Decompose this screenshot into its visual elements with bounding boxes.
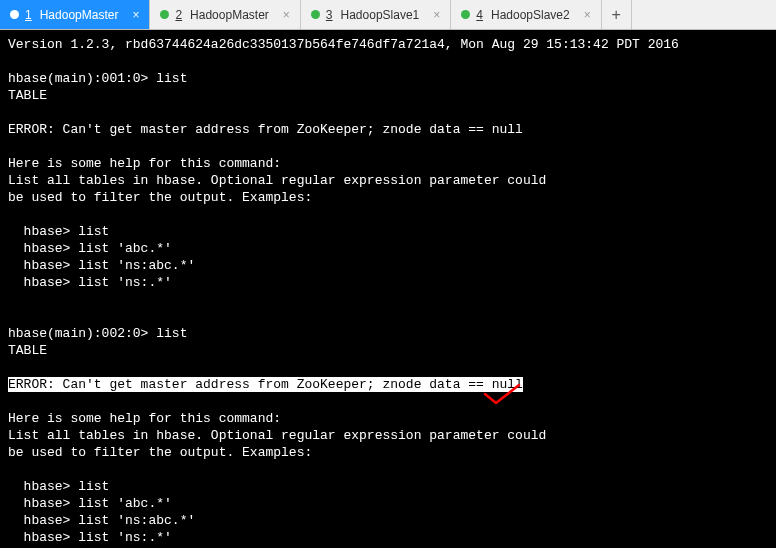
tab-index: 1 — [25, 8, 32, 22]
tab-label: HadoopMaster — [190, 8, 269, 22]
term-line: List all tables in hbase. Optional regul… — [8, 428, 546, 443]
term-line: Here is some help for this command: — [8, 156, 281, 171]
tab-hadoopslave2[interactable]: 4 HadoopSlave2 × — [451, 0, 601, 29]
status-dot-icon — [461, 10, 470, 19]
term-line: hbase> list 'ns:.*' — [8, 275, 172, 290]
term-line: List all tables in hbase. Optional regul… — [8, 173, 546, 188]
term-line: be used to filter the output. Examples: — [8, 190, 312, 205]
term-line: hbase> list 'ns:abc.*' — [8, 258, 195, 273]
term-line: hbase(main):002:0> list — [8, 326, 187, 341]
status-dot-icon — [160, 10, 169, 19]
term-line: hbase> list 'ns:abc.*' — [8, 513, 195, 528]
tab-label: HadoopMaster — [40, 8, 119, 22]
term-line: hbase> list 'abc.*' — [8, 496, 172, 511]
status-dot-icon — [311, 10, 320, 19]
term-line: Here is some help for this command: — [8, 411, 281, 426]
tab-hadoopmaster-1[interactable]: 1 HadoopMaster × — [0, 0, 150, 29]
term-line: TABLE — [8, 88, 47, 103]
tab-label: HadoopSlave2 — [491, 8, 570, 22]
terminal-window: 1 HadoopMaster × 2 HadoopMaster × 3 Hado… — [0, 0, 776, 548]
close-icon[interactable]: × — [584, 9, 591, 21]
close-icon[interactable]: × — [433, 9, 440, 21]
term-line: Version 1.2.3, rbd63744624a26dc3350137b5… — [8, 37, 679, 52]
term-line: hbase> list — [8, 479, 109, 494]
term-line: ERROR: Can't get master address from Zoo… — [8, 122, 523, 137]
tab-index: 4 — [476, 8, 483, 22]
tab-hadoopslave1[interactable]: 3 HadoopSlave1 × — [301, 0, 451, 29]
tab-bar: 1 HadoopMaster × 2 HadoopMaster × 3 Hado… — [0, 0, 776, 30]
close-icon[interactable]: × — [132, 9, 139, 21]
terminal-viewport[interactable]: Version 1.2.3, rbd63744624a26dc3350137b5… — [0, 30, 776, 548]
tab-index: 2 — [175, 8, 182, 22]
term-line: TABLE — [8, 343, 47, 358]
add-tab-button[interactable]: + — [602, 0, 632, 29]
term-line: hbase> list 'ns:.*' — [8, 530, 172, 545]
term-line-highlighted: ERROR: Can't get master address from Zoo… — [8, 377, 523, 392]
status-dot-icon — [10, 10, 19, 19]
term-line: be used to filter the output. Examples: — [8, 445, 312, 460]
term-line: hbase> list — [8, 224, 109, 239]
tab-index: 3 — [326, 8, 333, 22]
term-line: hbase(main):001:0> list — [8, 71, 187, 86]
tab-hadoopmaster-2[interactable]: 2 HadoopMaster × — [150, 0, 300, 29]
close-icon[interactable]: × — [283, 9, 290, 21]
term-line: hbase> list 'abc.*' — [8, 241, 172, 256]
tab-label: HadoopSlave1 — [341, 8, 420, 22]
